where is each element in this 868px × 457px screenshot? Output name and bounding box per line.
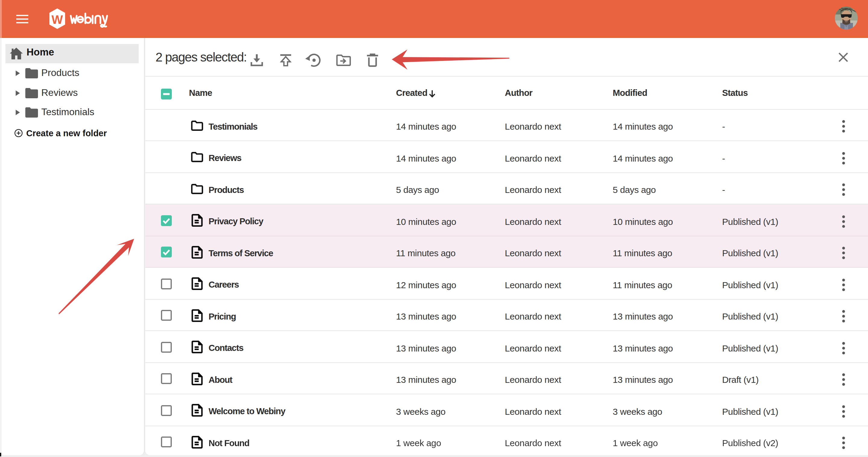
svg-text:W: W: [52, 13, 63, 26]
